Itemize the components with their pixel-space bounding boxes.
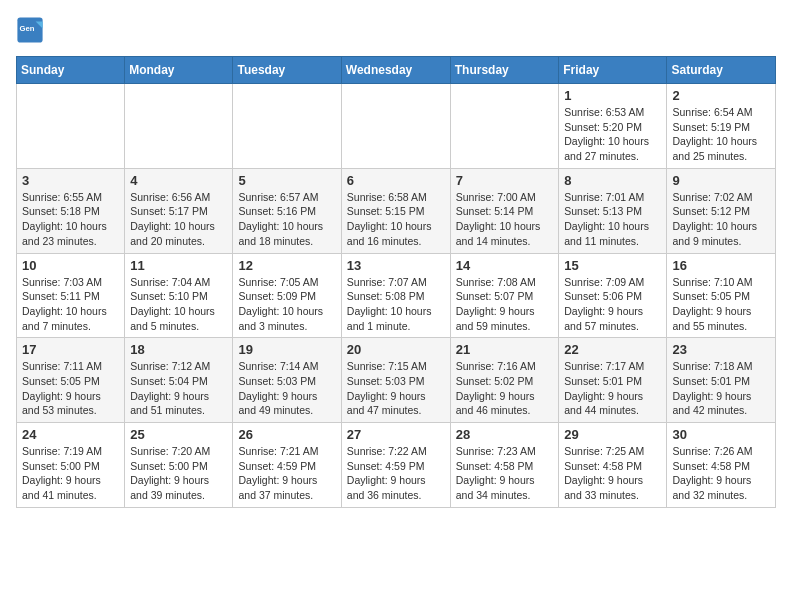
calendar-cell: 7Sunrise: 7:00 AM Sunset: 5:14 PM Daylig… [450,168,559,253]
calendar-cell: 2Sunrise: 6:54 AM Sunset: 5:19 PM Daylig… [667,84,776,169]
day-number: 23 [672,342,770,357]
calendar-cell: 10Sunrise: 7:03 AM Sunset: 5:11 PM Dayli… [17,253,125,338]
calendar-week-2: 10Sunrise: 7:03 AM Sunset: 5:11 PM Dayli… [17,253,776,338]
calendar-cell: 13Sunrise: 7:07 AM Sunset: 5:08 PM Dayli… [341,253,450,338]
day-info: Sunrise: 7:05 AM Sunset: 5:09 PM Dayligh… [238,275,335,334]
day-info: Sunrise: 6:56 AM Sunset: 5:17 PM Dayligh… [130,190,227,249]
calendar-cell: 19Sunrise: 7:14 AM Sunset: 5:03 PM Dayli… [233,338,341,423]
calendar-cell: 8Sunrise: 7:01 AM Sunset: 5:13 PM Daylig… [559,168,667,253]
day-number: 28 [456,427,554,442]
calendar-cell: 23Sunrise: 7:18 AM Sunset: 5:01 PM Dayli… [667,338,776,423]
day-info: Sunrise: 7:16 AM Sunset: 5:02 PM Dayligh… [456,359,554,418]
calendar-cell: 6Sunrise: 6:58 AM Sunset: 5:15 PM Daylig… [341,168,450,253]
calendar-cell: 14Sunrise: 7:08 AM Sunset: 5:07 PM Dayli… [450,253,559,338]
day-info: Sunrise: 7:03 AM Sunset: 5:11 PM Dayligh… [22,275,119,334]
day-number: 11 [130,258,227,273]
calendar-cell: 16Sunrise: 7:10 AM Sunset: 5:05 PM Dayli… [667,253,776,338]
day-info: Sunrise: 7:22 AM Sunset: 4:59 PM Dayligh… [347,444,445,503]
logo: Gen [16,16,48,44]
day-number: 10 [22,258,119,273]
day-number: 6 [347,173,445,188]
day-number: 12 [238,258,335,273]
day-number: 19 [238,342,335,357]
calendar-cell: 21Sunrise: 7:16 AM Sunset: 5:02 PM Dayli… [450,338,559,423]
day-number: 14 [456,258,554,273]
day-info: Sunrise: 7:02 AM Sunset: 5:12 PM Dayligh… [672,190,770,249]
day-number: 18 [130,342,227,357]
day-number: 21 [456,342,554,357]
calendar-cell: 20Sunrise: 7:15 AM Sunset: 5:03 PM Dayli… [341,338,450,423]
calendar-cell: 30Sunrise: 7:26 AM Sunset: 4:58 PM Dayli… [667,423,776,508]
calendar-cell [125,84,233,169]
calendar-cell: 12Sunrise: 7:05 AM Sunset: 5:09 PM Dayli… [233,253,341,338]
day-number: 7 [456,173,554,188]
calendar-cell: 27Sunrise: 7:22 AM Sunset: 4:59 PM Dayli… [341,423,450,508]
calendar-cell: 24Sunrise: 7:19 AM Sunset: 5:00 PM Dayli… [17,423,125,508]
day-number: 4 [130,173,227,188]
day-number: 25 [130,427,227,442]
weekday-header-row: SundayMondayTuesdayWednesdayThursdayFrid… [17,57,776,84]
day-number: 2 [672,88,770,103]
day-info: Sunrise: 7:19 AM Sunset: 5:00 PM Dayligh… [22,444,119,503]
day-number: 1 [564,88,661,103]
weekday-header-saturday: Saturday [667,57,776,84]
calendar-cell [450,84,559,169]
day-info: Sunrise: 7:07 AM Sunset: 5:08 PM Dayligh… [347,275,445,334]
day-info: Sunrise: 7:14 AM Sunset: 5:03 PM Dayligh… [238,359,335,418]
logo-icon: Gen [16,16,44,44]
calendar-cell [233,84,341,169]
day-info: Sunrise: 7:11 AM Sunset: 5:05 PM Dayligh… [22,359,119,418]
day-info: Sunrise: 7:21 AM Sunset: 4:59 PM Dayligh… [238,444,335,503]
day-info: Sunrise: 6:57 AM Sunset: 5:16 PM Dayligh… [238,190,335,249]
calendar-week-0: 1Sunrise: 6:53 AM Sunset: 5:20 PM Daylig… [17,84,776,169]
day-info: Sunrise: 7:23 AM Sunset: 4:58 PM Dayligh… [456,444,554,503]
day-number: 29 [564,427,661,442]
day-info: Sunrise: 6:58 AM Sunset: 5:15 PM Dayligh… [347,190,445,249]
day-number: 15 [564,258,661,273]
calendar-header: SundayMondayTuesdayWednesdayThursdayFrid… [17,57,776,84]
calendar-cell: 15Sunrise: 7:09 AM Sunset: 5:06 PM Dayli… [559,253,667,338]
weekday-header-sunday: Sunday [17,57,125,84]
day-info: Sunrise: 7:17 AM Sunset: 5:01 PM Dayligh… [564,359,661,418]
calendar-cell: 26Sunrise: 7:21 AM Sunset: 4:59 PM Dayli… [233,423,341,508]
day-info: Sunrise: 6:55 AM Sunset: 5:18 PM Dayligh… [22,190,119,249]
calendar-week-1: 3Sunrise: 6:55 AM Sunset: 5:18 PM Daylig… [17,168,776,253]
svg-text:Gen: Gen [20,24,35,33]
calendar-body: 1Sunrise: 6:53 AM Sunset: 5:20 PM Daylig… [17,84,776,508]
day-number: 30 [672,427,770,442]
day-info: Sunrise: 7:08 AM Sunset: 5:07 PM Dayligh… [456,275,554,334]
calendar-table: SundayMondayTuesdayWednesdayThursdayFrid… [16,56,776,508]
calendar-cell: 22Sunrise: 7:17 AM Sunset: 5:01 PM Dayli… [559,338,667,423]
day-number: 20 [347,342,445,357]
day-number: 27 [347,427,445,442]
day-number: 13 [347,258,445,273]
weekday-header-thursday: Thursday [450,57,559,84]
weekday-header-wednesday: Wednesday [341,57,450,84]
day-info: Sunrise: 7:18 AM Sunset: 5:01 PM Dayligh… [672,359,770,418]
day-number: 22 [564,342,661,357]
day-info: Sunrise: 7:12 AM Sunset: 5:04 PM Dayligh… [130,359,227,418]
calendar-cell: 3Sunrise: 6:55 AM Sunset: 5:18 PM Daylig… [17,168,125,253]
calendar-cell [17,84,125,169]
day-info: Sunrise: 7:15 AM Sunset: 5:03 PM Dayligh… [347,359,445,418]
day-info: Sunrise: 6:54 AM Sunset: 5:19 PM Dayligh… [672,105,770,164]
day-number: 5 [238,173,335,188]
day-info: Sunrise: 7:01 AM Sunset: 5:13 PM Dayligh… [564,190,661,249]
day-number: 16 [672,258,770,273]
calendar-week-4: 24Sunrise: 7:19 AM Sunset: 5:00 PM Dayli… [17,423,776,508]
day-number: 26 [238,427,335,442]
calendar-cell: 25Sunrise: 7:20 AM Sunset: 5:00 PM Dayli… [125,423,233,508]
day-number: 8 [564,173,661,188]
day-info: Sunrise: 7:09 AM Sunset: 5:06 PM Dayligh… [564,275,661,334]
calendar-cell: 1Sunrise: 6:53 AM Sunset: 5:20 PM Daylig… [559,84,667,169]
day-info: Sunrise: 7:20 AM Sunset: 5:00 PM Dayligh… [130,444,227,503]
day-info: Sunrise: 7:10 AM Sunset: 5:05 PM Dayligh… [672,275,770,334]
calendar-cell: 9Sunrise: 7:02 AM Sunset: 5:12 PM Daylig… [667,168,776,253]
day-info: Sunrise: 7:26 AM Sunset: 4:58 PM Dayligh… [672,444,770,503]
day-number: 9 [672,173,770,188]
calendar-cell: 28Sunrise: 7:23 AM Sunset: 4:58 PM Dayli… [450,423,559,508]
day-info: Sunrise: 7:00 AM Sunset: 5:14 PM Dayligh… [456,190,554,249]
calendar-cell: 29Sunrise: 7:25 AM Sunset: 4:58 PM Dayli… [559,423,667,508]
weekday-header-monday: Monday [125,57,233,84]
calendar-cell [341,84,450,169]
